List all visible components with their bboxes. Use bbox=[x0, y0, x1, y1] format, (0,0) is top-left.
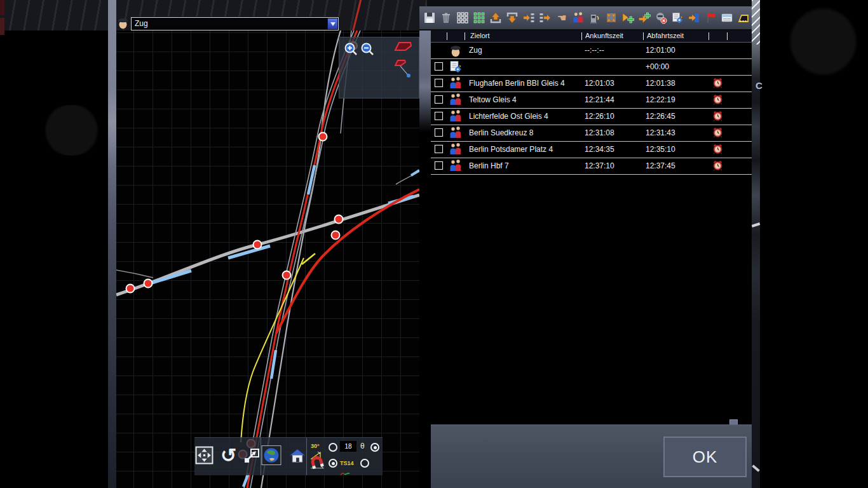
ok-button[interactable]: OK bbox=[663, 437, 747, 477]
passengers-icon bbox=[449, 159, 463, 173]
stop-abfahrt: 12:31:43 bbox=[646, 128, 675, 137]
table-row-stop[interactable]: Berlin Potsdamer Platz 4 12:34:35 12:35:… bbox=[431, 141, 752, 158]
row-checkbox[interactable] bbox=[435, 112, 443, 120]
track-network bbox=[116, 30, 419, 488]
row-checkbox[interactable] bbox=[435, 145, 443, 153]
conductor-icon bbox=[449, 43, 463, 57]
table-row-stop[interactable]: Lichterfelde Ost Gleis 4 12:26:10 12:26:… bbox=[431, 108, 752, 125]
passengers-icon bbox=[449, 126, 463, 140]
table-row-train[interactable]: Zug --:--:-- 12:01:00 bbox=[431, 42, 752, 59]
window-frame-right bbox=[752, 0, 760, 488]
col-abfahrtszeit: Abfahrtszeit bbox=[647, 32, 684, 39]
center-view-icon[interactable] bbox=[604, 10, 618, 26]
timetable-card-icon[interactable] bbox=[720, 10, 734, 26]
alarm-clock-icon[interactable] bbox=[712, 94, 723, 105]
schedule-table: Zielort Ankunftszeit Abfahrtszeit Zug --… bbox=[431, 30, 752, 421]
stop-ankunft: 12:37:10 bbox=[585, 161, 614, 170]
zoom-out-icon[interactable] bbox=[360, 42, 375, 59]
stop-name: Flughafen Berlin BBI Gleis 4 bbox=[469, 79, 565, 88]
stop-ankunft: 12:34:35 bbox=[585, 145, 614, 154]
row-checkbox[interactable] bbox=[435, 128, 443, 137]
table-header: Zielort Ankunftszeit Abfahrtszeit bbox=[431, 30, 752, 43]
passengers-icon bbox=[449, 109, 463, 123]
train-select-dropdown[interactable]: Zug bbox=[131, 17, 339, 30]
stop-ankunft: 12:31:08 bbox=[585, 128, 614, 137]
slope-radio[interactable] bbox=[329, 443, 337, 452]
move-down-icon[interactable] bbox=[505, 10, 519, 26]
stop-abfahrt: 12:01:38 bbox=[646, 79, 675, 88]
rotate-icon[interactable]: ↺ bbox=[220, 446, 236, 465]
edge-signal-bar bbox=[0, 18, 4, 35]
col-zielort: Zielort bbox=[470, 32, 490, 39]
home-button[interactable] bbox=[288, 447, 306, 466]
table-row-stop[interactable]: Berlin Hbf 7 12:37:10 12:37:45 bbox=[431, 158, 752, 175]
signal-shape-small-icon[interactable] bbox=[394, 58, 414, 83]
top-dark-strip bbox=[427, 0, 752, 6]
stop-name: Teltow Gleis 4 bbox=[469, 95, 517, 104]
alarm-clock-icon[interactable] bbox=[712, 78, 723, 88]
remove-vehicle-icon[interactable] bbox=[654, 10, 668, 26]
table-row-stop[interactable]: Teltow Gleis 4 12:21:44 12:22:19 bbox=[431, 92, 752, 109]
insert-before-icon[interactable] bbox=[522, 10, 536, 26]
slope-angle-label: 30° bbox=[311, 443, 320, 449]
pointer-hand-icon[interactable]: ☚ bbox=[555, 10, 569, 26]
save-icon[interactable] bbox=[423, 10, 437, 26]
train-select-value: Zug bbox=[135, 18, 148, 30]
magnet-radio-selected[interactable] bbox=[329, 459, 337, 468]
pan-icon[interactable] bbox=[195, 446, 214, 467]
refuel-icon[interactable] bbox=[588, 10, 602, 26]
dropdown-button[interactable] bbox=[327, 18, 337, 29]
passengers-icon bbox=[449, 76, 463, 90]
add-route-point-icon[interactable] bbox=[621, 10, 635, 26]
edge-signal-bar bbox=[0, 0, 4, 15]
schedule-settings-icon bbox=[449, 60, 463, 74]
move-up-icon[interactable] bbox=[489, 10, 503, 26]
globe-button[interactable] bbox=[261, 445, 281, 468]
track-style-icon[interactable]: TS14 bbox=[340, 456, 356, 479]
map-edit-toolbar: ↺ 30° 18 θ TS14 bbox=[194, 437, 383, 475]
col-ankunftszeit: Ankunftszeit bbox=[585, 32, 623, 39]
grid-view-active-icon[interactable] bbox=[472, 10, 486, 26]
signal-shape-large-icon[interactable] bbox=[394, 41, 413, 55]
panel-divider bbox=[419, 30, 431, 132]
alarm-clock-icon[interactable] bbox=[712, 111, 723, 121]
table-row-stop[interactable]: Flughafen Berlin BBI Gleis 4 12:01:03 12… bbox=[431, 75, 752, 92]
zoom-in-icon[interactable] bbox=[344, 42, 358, 59]
angle-radio-selected[interactable] bbox=[370, 443, 379, 452]
stop-abfahrt: 12:35:10 bbox=[646, 145, 675, 154]
depot-icon[interactable] bbox=[736, 10, 750, 26]
stop-name: Berlin Potsdamer Platz 4 bbox=[469, 145, 553, 154]
stripe-tick bbox=[752, 464, 760, 471]
background-emblem bbox=[780, 5, 866, 78]
map-canvas[interactable]: ↺ 30° 18 θ TS14 bbox=[116, 30, 419, 488]
insert-after-icon[interactable] bbox=[538, 10, 552, 26]
gradient-value-box[interactable]: 18 bbox=[340, 441, 356, 452]
table-row-offset[interactable]: +00:00 bbox=[431, 58, 752, 76]
passengers-icon[interactable] bbox=[571, 10, 585, 26]
row-checkbox[interactable] bbox=[435, 161, 443, 170]
stop-ankunft: 12:26:10 bbox=[585, 112, 614, 121]
flag-icon[interactable] bbox=[703, 10, 717, 26]
track-red-line bbox=[351, 0, 363, 30]
add-waypoint-icon[interactable] bbox=[637, 10, 651, 26]
stop-name: Berlin Hbf 7 bbox=[469, 161, 509, 170]
track-style-radio[interactable] bbox=[360, 459, 369, 468]
row-checkbox[interactable] bbox=[435, 79, 443, 87]
passengers-icon bbox=[449, 142, 463, 156]
grid-view-icon[interactable] bbox=[456, 10, 470, 26]
schedule-settings-icon[interactable] bbox=[670, 10, 684, 26]
map-zoom-panel bbox=[339, 37, 419, 98]
angle-theta-icon[interactable]: θ bbox=[360, 442, 365, 451]
delete-icon[interactable] bbox=[439, 10, 453, 26]
alarm-clock-icon[interactable] bbox=[712, 144, 723, 154]
magnet-icon[interactable] bbox=[309, 456, 325, 471]
row-checkbox[interactable] bbox=[435, 95, 443, 104]
enter-depot-icon[interactable] bbox=[687, 10, 701, 26]
alarm-clock-icon[interactable] bbox=[712, 127, 723, 138]
train-abfahrt: 12:01:00 bbox=[646, 46, 675, 55]
stop-name: Berlin Suedkreuz 8 bbox=[469, 128, 533, 137]
row-checkbox[interactable] bbox=[435, 62, 443, 71]
alarm-clock-icon[interactable] bbox=[712, 160, 723, 171]
table-row-stop[interactable]: Berlin Suedkreuz 8 12:31:08 12:31:43 bbox=[431, 125, 752, 142]
resize-icon[interactable] bbox=[243, 447, 260, 466]
